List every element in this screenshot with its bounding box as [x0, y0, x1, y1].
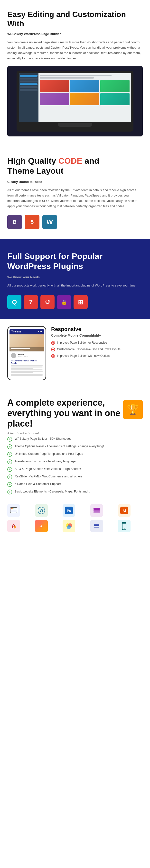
content-bar-1	[40, 75, 112, 76]
feature-text-1: WPBakery Page Builder - 50+ Shortcodes	[14, 437, 71, 441]
feature-item-5: SEO & Page Speed Optimizations - High Sc…	[7, 467, 143, 472]
tools-svg	[93, 522, 101, 530]
feature-text-2: Theme Options Panel - Thousands of setti…	[14, 444, 104, 449]
phone-author-name: Admin	[18, 353, 28, 356]
tool-icon-wordpress: W	[35, 504, 48, 517]
text-line-4	[11, 369, 42, 370]
sidebar-item-2	[20, 78, 37, 80]
svg-rect-11	[93, 508, 100, 510]
feature-text-7: 5 Rated Help & Customer Support!	[14, 482, 62, 487]
sidebar-item-1	[20, 75, 37, 76]
responsive-checklist: Improved Page Builder for Responsive Cus…	[51, 341, 143, 358]
svg-point-2	[11, 508, 12, 508]
checklist-text-1: Improved Page Builder for Responsive	[57, 341, 107, 345]
plugin-icons-group: Q 7 ↺ 🔒 ⊞	[7, 295, 143, 309]
svg-rect-23	[94, 524, 99, 525]
ps-svg: Ps	[64, 506, 73, 515]
nav-dot-1	[38, 331, 39, 332]
complete-header: A complete experience, everything you wa…	[7, 397, 143, 431]
tool-icon-tools	[90, 520, 103, 532]
nav-dot-3	[41, 331, 42, 332]
tool-icons-grid: W Ps Ai A	[7, 502, 143, 535]
svg-point-20	[67, 525, 71, 529]
section-code: High Quality CODE andTheme Layout Clearl…	[0, 144, 150, 239]
svg-rect-21	[94, 525, 99, 526]
feature-item-4: Translation - Turn your site into any la…	[7, 459, 143, 464]
text-line-7	[11, 374, 42, 375]
typography-svg: A	[9, 522, 18, 530]
svg-point-4	[13, 508, 14, 508]
feature-text-6: RevSlider - WPML - WooCommerce and all o…	[14, 474, 83, 479]
tool-icon-photoshop: Ps	[63, 504, 75, 517]
grid-item-6	[100, 93, 129, 105]
checklist-item-2: Customizable Responsive Grid and Row Lay…	[51, 347, 143, 351]
checklist-text-3: Improved Page Builder With new Options	[57, 354, 110, 358]
feature-text-4: Translation - Turn your site into any la…	[14, 459, 77, 464]
phone-avatar	[11, 353, 16, 358]
woocommerce-icon: 🔒	[57, 295, 71, 309]
laptop-sidebar	[19, 73, 38, 122]
wpml-icon: ↺	[40, 295, 55, 309]
phone-nav	[38, 331, 42, 332]
grid-item-4	[40, 93, 69, 105]
laptop-mockup-container	[7, 66, 143, 136]
phone-hero-image	[9, 334, 44, 351]
phone-svg	[120, 522, 128, 530]
plugins-title: Full Support for Popular WordPress Plugi…	[7, 251, 143, 271]
content-bar-2	[40, 77, 94, 79]
bootstrap-icon: B	[7, 215, 22, 229]
feature-icon-6	[7, 474, 12, 479]
browser-svg	[10, 506, 18, 515]
sidebar-item-3	[20, 81, 37, 83]
feature-text-3: Unlimited Custom Page Templates and Post…	[14, 452, 83, 456]
feature-text-5: SEO & Page Speed Optimizations - High Sc…	[14, 467, 81, 471]
phone-author-date: Jan 20, 2017	[18, 356, 28, 358]
nav-dot-2	[40, 331, 41, 332]
layer-svg	[93, 506, 101, 515]
feature-text-8: Basic website Elements - Carousels, Maps…	[14, 489, 90, 494]
text-line-6	[11, 372, 33, 373]
text-line-1	[11, 365, 42, 366]
feature-icon-8	[7, 490, 12, 494]
svg-text:Ai: Ai	[122, 509, 126, 513]
feature-icon-2	[7, 444, 12, 449]
code-description: All of our themes have been reviewed by …	[7, 187, 143, 209]
color-svg	[65, 522, 73, 530]
grid-item-1	[40, 80, 69, 92]
plugins-description: All our products work perfectly with all…	[7, 283, 143, 288]
phone-post-title: Responsive Theme - Mobile Ready	[11, 360, 42, 364]
feature-icon-4	[7, 459, 12, 464]
html5-icon: 5	[25, 215, 39, 229]
svg-point-3	[12, 508, 13, 508]
responsive-info: Responsive Complete Mobile Compatibility…	[51, 326, 143, 358]
laptop-grid	[40, 80, 129, 105]
tool-icon-typography: A	[7, 520, 20, 532]
feature-icon-1	[7, 437, 12, 442]
svg-rect-22	[94, 527, 99, 528]
tool-icon-phone	[118, 520, 130, 532]
phone-author-row: Admin Jan 20, 2017	[11, 353, 42, 358]
svg-text:W: W	[39, 508, 43, 513]
tool-icon-color	[63, 520, 75, 532]
laptop-bottom-bar	[58, 123, 92, 127]
complete-title: A complete experience, everything you wa…	[7, 397, 121, 429]
text-line-3	[11, 368, 33, 369]
feature-icon-3	[7, 452, 12, 457]
svg-rect-10	[93, 509, 100, 512]
responsive-tag: Responsive	[51, 326, 143, 333]
phone-text-lines	[11, 365, 42, 376]
phone-mockup: Thelium Admin Jan 20, 2017 Responsive Th	[7, 326, 46, 380]
feature-icon-7	[7, 482, 12, 487]
svg-rect-9	[93, 511, 100, 513]
sidebar-item-6	[20, 89, 37, 91]
gradient-svg: A	[37, 522, 46, 530]
check-icon-3	[51, 354, 55, 358]
sidebar-item-5	[20, 86, 37, 88]
phone-header: Thelium	[9, 329, 44, 334]
checklist-item-3: Improved Page Builder With new Options	[51, 354, 143, 358]
laptop-content	[38, 73, 131, 122]
quform-icon: Q	[7, 295, 22, 309]
trophy-icon: 🏆	[123, 400, 143, 419]
feature-list: WPBakery Page Builder - 50+ Shortcodes T…	[7, 437, 143, 494]
visualcomposer-icon: ⊞	[73, 295, 88, 309]
